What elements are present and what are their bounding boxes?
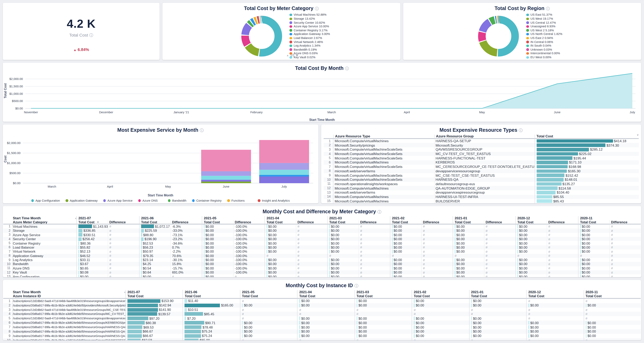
total-cost-subheader[interactable]: Total Cost (240, 294, 297, 299)
legend-item[interactable]: Security Center 10.82% (290, 21, 330, 24)
legend-item[interactable]: Security Center (103, 203, 133, 203)
month-header[interactable]: 2021-06 (139, 216, 202, 220)
bar-segment-storage[interactable] (201, 171, 251, 176)
info-icon[interactable]: ⓘ (354, 284, 358, 288)
legend-item[interactable]: Storage 13.42% (290, 17, 330, 21)
month-header[interactable]: 2020-11 (578, 216, 641, 220)
legend-item[interactable]: Application Gateway (66, 198, 98, 203)
total-cost-subheader[interactable]: Total Cost (126, 294, 183, 299)
difference-subheader[interactable]: Difference (233, 220, 264, 225)
legend-item[interactable]: EU West 0.00% (526, 55, 562, 59)
month-header[interactable]: 2021-05 (202, 216, 264, 220)
service-stacked-bar-chart[interactable]: $0.00$500.00$1,000.00$1,500.00$2,000.00M… (3, 133, 316, 193)
legend-item[interactable]: US East 2 0.94% (526, 36, 562, 40)
total-cost-subheader[interactable]: Total Cost (183, 294, 240, 299)
total-cost-subheader[interactable]: Total Cost (354, 294, 412, 299)
legend-item[interactable]: IN Central 0.06% (526, 40, 562, 44)
meter-category-donut[interactable] (238, 12, 286, 60)
legend-item[interactable]: IN South 0.04% (526, 44, 562, 48)
month-header[interactable]: 2021-01 (453, 216, 515, 220)
legend-item[interactable]: Virtual Network 2.46% (290, 40, 330, 44)
bar-segment-application-gateway[interactable] (201, 182, 251, 183)
legend-item[interactable]: Application Gateway 3.00% (290, 32, 330, 36)
difference-subheader[interactable]: Difference (170, 220, 202, 225)
difference-subheader[interactable]: Difference (484, 220, 515, 225)
total-cost-subheader[interactable]: Total Cost (412, 294, 469, 299)
legend-item[interactable]: US North Central 1.82% (526, 32, 562, 36)
info-icon[interactable]: ⓘ (200, 128, 204, 133)
month-header[interactable]: 2021-04 (297, 290, 354, 294)
legend-item[interactable]: Insight and Analytics (258, 198, 290, 203)
total-cost-area-chart[interactable]: $0.00$500.00$1,000.00$1,500.00$2,000.00N… (3, 71, 640, 117)
total-cost-subheader[interactable]: Total Cost (515, 220, 547, 225)
difference-subheader[interactable]: Difference (421, 220, 453, 225)
month-header[interactable]: 2021-07 (126, 290, 183, 294)
legend-item[interactable]: Log Analytics 1.34% (290, 44, 330, 48)
legend-item[interactable]: Container Registry 3.17% (290, 28, 330, 32)
bar-segment-container-registry[interactable] (259, 175, 309, 177)
legend-item[interactable]: Load Balancer 2.67% (290, 36, 330, 40)
month-header[interactable]: 2020-12 (526, 290, 584, 294)
legend-item[interactable]: Unassigned 8.93% (526, 24, 562, 28)
legend-item[interactable]: US West 2 5.18% (526, 28, 562, 32)
total-cost-subheader[interactable]: Total Cost (578, 220, 610, 225)
bar-segment-security-center[interactable] (201, 176, 251, 180)
difference-subheader[interactable]: Difference (296, 220, 327, 225)
legend-item[interactable]: Container Registry (192, 198, 222, 203)
total-cost-subheader[interactable]: Total Cost (390, 220, 421, 225)
difference-subheader[interactable]: Difference (547, 220, 578, 225)
bar-segment-azure-app-service[interactable] (259, 177, 309, 183)
total-cost-subheader[interactable]: Total Cost (139, 220, 170, 225)
info-icon[interactable]: ⓘ (519, 128, 523, 133)
legend-item[interactable]: Virtual Network (227, 203, 252, 203)
legend-item[interactable]: Virtual Machines 52.88% (290, 13, 330, 17)
info-icon[interactable]: ⓘ (345, 66, 349, 71)
month-header[interactable]: 2020-12 (515, 216, 578, 220)
month-header[interactable]: 2021-04 (264, 216, 327, 220)
legend-item[interactable]: Storage (168, 203, 186, 203)
page-down-icon[interactable]: ▼ (296, 54, 298, 57)
bar-segment-virtual-machines[interactable] (259, 140, 309, 163)
legend-item[interactable]: Bandwidth 0.19% (290, 48, 330, 52)
total-cost-subheader[interactable]: Total Cost (469, 294, 526, 299)
column-header[interactable]: Azure Resource Group (434, 135, 534, 139)
total-cost-subheader[interactable]: Total Cost∨ (76, 220, 108, 225)
legend-item[interactable]: Intercontinental 0.00% (526, 52, 562, 55)
total-cost-subheader[interactable]: Total Cost (264, 220, 296, 225)
month-header[interactable]: 2021-02 (412, 290, 469, 294)
month-header[interactable]: 2021-03 (354, 290, 412, 294)
legend-item[interactable]: Log Analytics (66, 203, 98, 203)
legend-item[interactable]: Key Vault (258, 203, 290, 203)
legend-item[interactable]: US Central 12.47% (526, 21, 562, 24)
month-header[interactable]: 2021-05 (240, 290, 297, 294)
bar-segment-security-center[interactable] (259, 170, 309, 175)
info-icon[interactable]: ⓘ (89, 33, 93, 37)
month-header[interactable]: 2021-03 (327, 216, 390, 220)
total-cost-subheader[interactable]: Total Cost (453, 220, 484, 225)
sort-down-icon[interactable]: ∨ (637, 133, 639, 137)
month-header[interactable]: 2021-01 (469, 290, 526, 294)
info-icon[interactable]: ⓘ (546, 6, 550, 11)
bar-segment-storage[interactable] (259, 163, 309, 170)
info-icon[interactable]: ⓘ (315, 6, 319, 11)
legend-item[interactable]: Azure App Service 10.00% (290, 24, 330, 28)
legend-item[interactable]: US East 51.37% (526, 13, 562, 17)
bar-segment-virtual-machines[interactable] (201, 150, 251, 171)
info-icon[interactable]: ⓘ (377, 210, 381, 214)
legend-item[interactable]: Unknown 0.03% (526, 48, 562, 52)
total-cost-subheader[interactable]: Total Cost (526, 294, 584, 299)
difference-subheader[interactable]: Difference (108, 220, 139, 225)
legend-item[interactable]: US West 19.17% (526, 17, 562, 21)
column-header[interactable]: Total Cost (534, 135, 639, 139)
legend-item[interactable]: Azure DNS (138, 198, 162, 203)
month-header[interactable]: 2021-07 (76, 216, 139, 220)
legend-item[interactable]: Virtual Machines (192, 203, 222, 203)
month-header[interactable]: 2021-06 (183, 290, 240, 294)
total-cost-subheader[interactable]: Total Cost (297, 294, 354, 299)
difference-subheader[interactable]: Difference (358, 220, 390, 225)
difference-subheader[interactable]: Difference (610, 220, 641, 225)
legend-item[interactable]: Azure App Service (103, 198, 133, 203)
legend-item[interactable]: App Configuration (31, 198, 60, 203)
month-header[interactable]: 2021-02 (390, 216, 453, 220)
sort-down-icon[interactable]: ∨ (97, 220, 99, 224)
